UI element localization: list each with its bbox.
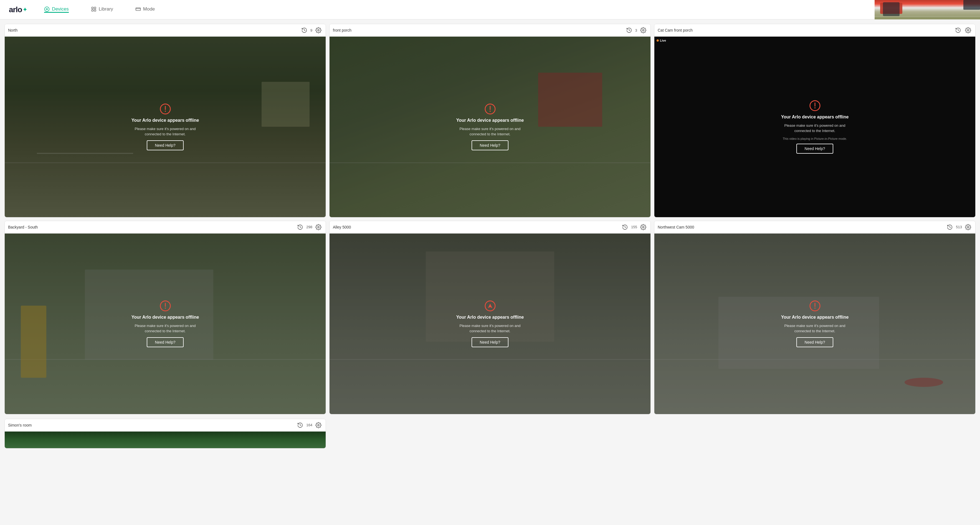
- nav-devices[interactable]: Devices: [44, 6, 68, 13]
- settings-button-alley[interactable]: [640, 223, 647, 231]
- settings-button-northwest[interactable]: [964, 223, 972, 231]
- camera-header-simons: Simon's room 164: [5, 419, 326, 431]
- settings-button-front-porch[interactable]: [640, 26, 647, 34]
- need-help-button-cc[interactable]: Need Help?: [796, 144, 834, 154]
- camera-name-northwest: Northwest Cam 5000: [658, 225, 946, 229]
- svg-point-12: [165, 111, 166, 112]
- offline-icon-north: [160, 103, 171, 115]
- camera-header-backyard: Backyard - South 298: [5, 221, 326, 234]
- offline-subtitle-nw: Please make sure it's powered on and con…: [779, 323, 851, 334]
- logo-icon: ✦: [22, 6, 27, 13]
- camera-name-alley: Alley 5000: [333, 225, 621, 229]
- svg-point-17: [967, 29, 969, 31]
- offline-overlay-north: Your Arlo device appears offline Please …: [5, 37, 326, 217]
- svg-point-21: [318, 226, 319, 228]
- svg-point-9: [318, 29, 319, 31]
- svg-point-20: [815, 107, 816, 108]
- svg-rect-6: [136, 8, 140, 11]
- svg-rect-2: [92, 7, 93, 9]
- offline-icon-fp: [485, 103, 496, 115]
- camera-viewport-front-porch[interactable]: Your Arlo device appears offline Please …: [329, 37, 651, 217]
- offline-subtitle-by: Please make sure it's powered on and con…: [129, 323, 201, 334]
- camera-card-backyard: Backyard - South 298: [5, 221, 326, 414]
- svg-point-13: [643, 29, 644, 31]
- devices-icon: [44, 6, 50, 12]
- offline-icon-al: [485, 301, 496, 312]
- nav-mode[interactable]: Mode: [135, 6, 155, 13]
- library-icon: [91, 6, 97, 12]
- svg-point-0: [45, 7, 49, 12]
- offline-title-by: Your Arlo device appears offline: [132, 315, 199, 320]
- history-icon-by: [297, 224, 303, 230]
- camera-card-catcam: Cat Cam front porch: [654, 24, 975, 218]
- svg-rect-5: [94, 10, 96, 11]
- offline-subtitle-cc: Please make sure it's powered on and con…: [779, 123, 851, 134]
- camera-card-north: North 9: [5, 24, 326, 218]
- history-icon: [301, 27, 307, 33]
- camera-name-simons: Simon's room: [8, 423, 296, 427]
- svg-rect-4: [92, 10, 93, 11]
- need-help-button-by[interactable]: Need Help?: [147, 337, 184, 347]
- history-icon-cc: [955, 27, 961, 33]
- gear-icon-cc: [965, 27, 971, 33]
- history-icon-sr: [297, 422, 303, 428]
- camera-viewport-simons[interactable]: [5, 431, 326, 448]
- camera-controls-alley: 155: [621, 223, 647, 231]
- offline-icon-by: [160, 301, 171, 312]
- offline-subtitle-fp: Please make sure it's powered on and con…: [454, 126, 526, 137]
- svg-point-27: [967, 226, 969, 228]
- gear-icon-north: [315, 27, 321, 33]
- camera-grid: North 9: [0, 19, 980, 419]
- camera-viewport-alley[interactable]: Your Arlo device appears offline Please …: [329, 234, 651, 414]
- camera-controls-north: 9: [301, 26, 322, 34]
- svg-point-25: [643, 226, 644, 228]
- settings-button-backyard[interactable]: [315, 223, 322, 231]
- camera-viewport-northwest[interactable]: Your Arlo device appears offline Please …: [654, 234, 975, 414]
- settings-button-catcam[interactable]: [964, 26, 972, 34]
- history-button-front-porch[interactable]: [625, 26, 633, 34]
- camera-viewport-north[interactable]: Your Arlo device appears offline Please …: [5, 37, 326, 217]
- history-button-alley[interactable]: [621, 223, 629, 231]
- camera-viewport-backyard[interactable]: Your Arlo device appears offline Please …: [5, 234, 326, 414]
- need-help-button-north[interactable]: Need Help?: [147, 140, 184, 150]
- history-button-simons[interactable]: [296, 421, 304, 429]
- need-help-button-nw[interactable]: Need Help?: [796, 337, 834, 347]
- mode-icon: [135, 6, 141, 12]
- pip-video-overlay: [875, 0, 980, 19]
- clip-count-front-porch: 3: [635, 28, 637, 32]
- history-button-catcam[interactable]: [954, 26, 962, 34]
- clip-count-backyard: 298: [306, 225, 312, 229]
- offline-subtitle-al: Please make sure it's powered on and con…: [454, 323, 526, 334]
- history-button-north[interactable]: [301, 26, 308, 34]
- offline-overlay-al: Your Arlo device appears offline Please …: [329, 234, 651, 414]
- offline-title-nw: Your Arlo device appears offline: [781, 315, 849, 320]
- history-button-backyard[interactable]: [296, 223, 304, 231]
- logo-text: arlo: [9, 5, 22, 14]
- need-help-button-fp[interactable]: Need Help?: [472, 140, 509, 150]
- gear-icon-nw: [965, 224, 971, 230]
- live-badge-catcam: Live: [657, 39, 666, 42]
- offline-icon-nw: [810, 301, 821, 312]
- nav-library[interactable]: Library: [91, 6, 113, 13]
- camera-card-front-porch: front porch 3: [329, 24, 651, 218]
- need-help-button-al[interactable]: Need Help?: [472, 337, 509, 347]
- camera-name-front-porch: front porch: [333, 28, 625, 32]
- camera-card-northwest: Northwest Cam 5000 513: [654, 221, 975, 414]
- pip-notice-cc: This video is playing in Picture-in-Pict…: [783, 137, 847, 140]
- camera-controls-front-porch: 3: [625, 26, 647, 34]
- camera-viewport-catcam[interactable]: Live Your Arlo device appears offline Pl…: [654, 37, 975, 217]
- camera-header-north: North 9: [5, 24, 326, 37]
- offline-title-north: Your Arlo device appears offline: [132, 118, 199, 123]
- settings-button-simons[interactable]: [315, 421, 322, 429]
- camera-header-catcam: Cat Cam front porch: [654, 24, 975, 37]
- offline-icon-cc: [810, 100, 821, 111]
- live-dot-catcam: [657, 40, 659, 41]
- offline-overlay-nw: Your Arlo device appears offline Please …: [654, 234, 975, 414]
- offline-title-al: Your Arlo device appears offline: [456, 315, 524, 320]
- camera-controls-backyard: 298: [296, 223, 322, 231]
- camera-header-northwest: Northwest Cam 5000 513: [654, 221, 975, 234]
- settings-button-north[interactable]: [315, 26, 322, 34]
- gear-icon-sr: [315, 422, 321, 428]
- history-button-northwest[interactable]: [946, 223, 954, 231]
- gear-icon-by: [315, 224, 321, 230]
